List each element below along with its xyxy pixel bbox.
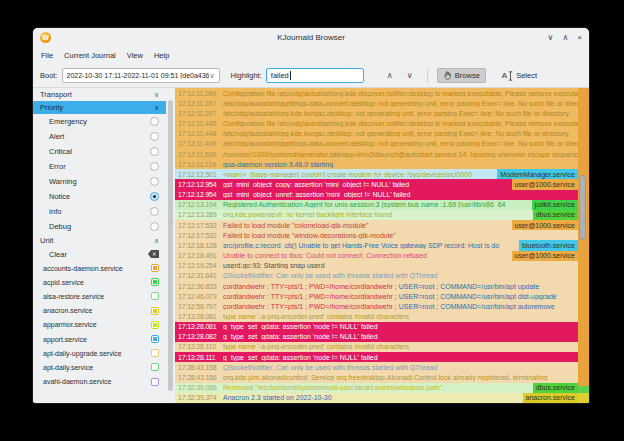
menu-item-current-journal[interactable]: Current Journal [64,51,116,60]
unit-filter-label: alsa-restore.service [43,293,104,300]
log-message-part: type name '-a-png-encoder-pred' contains… [223,343,409,350]
checkbox[interactable] [151,378,159,386]
log-row[interactable]: 17:12:31.641QSocketNotifier: Can only be… [175,271,578,281]
priority-option-notice[interactable]: Notice [33,189,166,204]
log-row[interactable]: 17:13:28.081type name '-a-png-encoder-pr… [175,311,578,321]
log-timestamp: 17:13:28.111 [175,354,223,361]
unit-filter-apt-daily-service[interactable]: apt-daily.service [33,360,166,374]
unit-filter-avahi-daemon-service[interactable]: avahi-daemon.service [33,375,166,389]
unit-filter-accounts-daemon-service[interactable]: accounts-daemon.service [33,261,166,275]
clear-units-button[interactable]: Clear [33,247,166,261]
unit-filter-acpid-service[interactable]: acpid.service [33,275,166,289]
section-unit[interactable]: Unit ∧ [33,234,166,247]
log-row[interactable]: 17:28:43.158QSocketNotifier: Can only be… [175,362,578,372]
radio-button[interactable] [150,222,159,231]
log-row[interactable]: 17:28:43.186org.kde.pim.akonadicontrol: … [175,372,578,382]
unit-list: accounts-daemon.serviceacpid.servicealsa… [33,261,166,389]
unit-filter-apt-daily-upgrade-service[interactable]: apt-daily-upgrade.service [33,346,166,360]
menu-item-help[interactable]: Help [154,51,169,60]
log-row[interactable]: 17:13:28.110type name '-a-png-encoder-pr… [175,342,578,352]
find-next-button[interactable]: ∨ [402,72,418,80]
log-row[interactable]: 17:12:17.532Failed to load module "color… [175,220,578,230]
boot-select[interactable]: 2022-10-30 17:11-2022-11-01 09:51 [de0a4… [62,68,220,83]
checkbox[interactable] [151,278,159,286]
log-scrollbar-handle[interactable] [579,175,586,240]
section-priority[interactable]: Priority ∧ [33,101,166,114]
priority-option-alert[interactable]: Alert [33,129,166,144]
log-message-part: gst_mini_object_copy: assertion 'mini_ob… [223,181,409,188]
log-row[interactable]: 17:12:56.797cordlandwehr : TTY=pts/1 ; P… [175,301,578,311]
close-button[interactable]: × [577,34,582,42]
log-row[interactable]: 17:12:12.954gst_mini_object_unref: asser… [175,190,578,200]
log-row[interactable]: 17:32:39.066Removed "/etc/systemd/system… [175,383,578,393]
priority-option-emergency[interactable]: Emergency [33,114,166,129]
log-row[interactable]: 17:12:11.719goa-daemon version 3.46.0 st… [175,159,578,169]
log-scrollbar[interactable] [578,88,589,403]
log-row[interactable]: 17:13:28.081g_type_set_qdata: assertion … [175,322,578,332]
radio-button[interactable] [150,192,159,201]
boot-label: Boot: [40,71,58,80]
priority-option-critical[interactable]: Critical [33,144,166,159]
priority-option-debug[interactable]: Debug [33,219,166,234]
log-row[interactable]: 17:12:18.491Unable to connect to ibus: C… [175,251,578,261]
unit-filter-apparmor-service[interactable]: apparmor.service [33,318,166,332]
log-row[interactable]: 17:12:13.194Registered Authentication Ag… [175,200,578,210]
checkbox[interactable] [151,335,159,343]
checkbox[interactable] [151,292,159,300]
checkbox[interactable] [151,307,159,315]
log-row[interactable]: 17:12:11.445Configuration file /etc/xdg/… [175,118,578,128]
log-row[interactable]: 17:12:11.449/etc/xdg/autostart/gsettings… [175,139,578,149]
log-row[interactable]: 17:12:11.284Configuration file /etc/xdg/… [175,88,578,98]
sidebar-scrollbar[interactable] [166,88,175,403]
unit-filter-anacron-service[interactable]: anacron.service [33,304,166,318]
radio-button[interactable] [150,147,159,156]
log-row[interactable]: 17:12:18.128src/profile.c:record_cb() Un… [175,240,578,250]
log-row[interactable]: 17:12:11.287/etc/xdg/autostart/gsettings… [175,98,578,108]
log-row[interactable]: 17:12:11.287/etc/xdg/autostart/org.kde.k… [175,108,578,118]
menu-item-view[interactable]: View [127,51,143,60]
find-previous-button[interactable]: ∧ [382,72,398,80]
radio-button[interactable] [150,162,159,171]
section-transport[interactable]: Transport ∨ [33,88,166,101]
log-message: userd.go:93: Starting snap userd [223,262,578,269]
sidebar-scrollbar-handle[interactable] [168,100,173,391]
log-timestamp: 17:12:11.284 [175,90,223,97]
log-row[interactable]: 17:12:11.588/run/user/1000/systemd/gener… [175,149,578,159]
log-row[interactable]: 17:12:17.532Failed to load module "windo… [175,230,578,240]
log-timestamp: 17:12:18.128 [175,242,223,249]
log-row[interactable]: 17:12:46.073cordlandwehr : TTY=pts/1 ; P… [175,291,578,301]
log-row[interactable]: 17:12:36.833cordlandwehr : TTY=pts/1 ; P… [175,281,578,291]
checkbox[interactable] [151,264,159,272]
log-row[interactable]: 17:12:13.289org.kde.powerdevil: no kerne… [175,210,578,220]
radio-button[interactable] [150,207,159,216]
log-timestamp: 17:12:11.449 [175,140,223,147]
radio-button[interactable] [150,177,159,186]
unit-filter-label: anacron.service [43,307,92,314]
minimize-button[interactable]: ∨ [548,34,554,42]
checkbox[interactable] [151,363,159,371]
priority-option-label: Warning [49,177,77,186]
log-row[interactable]: 17:13:28.082g_type_set_qdata: assertion … [175,332,578,342]
radio-button[interactable] [150,117,159,126]
unit-filter-alsa-restore-service[interactable]: alsa-restore.service [33,289,166,303]
highlight-input[interactable]: failed [266,68,364,83]
log-row[interactable]: 17:12:11.448/etc/xdg/autostart/org.kde.k… [175,129,578,139]
log-row[interactable]: 17:13:28.111g_type_set_qdata: assertion … [175,352,578,362]
browse-button[interactable]: Browse [437,68,486,83]
priority-option-info[interactable]: Info [33,204,166,219]
radio-button[interactable] [150,132,159,141]
checkbox[interactable] [151,349,159,357]
menu-item-file[interactable]: File [41,51,53,60]
log-row[interactable]: 17:12:19.254userd.go:93: Starting snap u… [175,261,578,271]
checkbox[interactable] [151,321,159,329]
unit-filter-apport-service[interactable]: apport.service [33,332,166,346]
priority-option-error[interactable]: Error [33,159,166,174]
log-row[interactable]: 17:12:12.954gst_mini_object_copy: assert… [175,179,578,189]
log-row[interactable]: 17:12:12.501<warn> [base-manager] couldn… [175,169,578,179]
titlebar[interactable]: W KJournald Browser ∨∧× [33,28,589,47]
maximize-button[interactable]: ∧ [562,34,568,42]
select-button[interactable]: A Select [496,68,543,84]
unit-filter-label: apport.service [43,336,87,343]
priority-option-warning[interactable]: Warning [33,174,166,189]
log-row[interactable]: 17:32:39.374Anacron 2.3 started on 2022-… [175,393,578,403]
